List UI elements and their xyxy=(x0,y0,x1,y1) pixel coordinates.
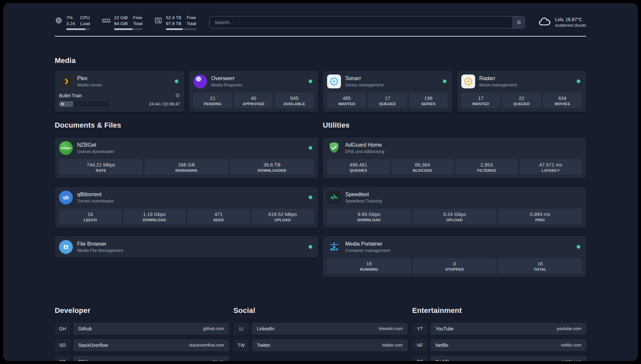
stat-tile: 21 PENDING xyxy=(193,93,232,108)
stat-value: 196 xyxy=(410,95,447,101)
bookmark-url: netflix.com xyxy=(561,343,581,348)
stat-label: WANTED xyxy=(328,102,365,106)
stat-tile: 744.21 Mbps RATE xyxy=(59,159,143,175)
stat-label: REMAINING xyxy=(146,168,227,172)
bookmark-stackoverflow[interactable]: SO StackOverflow stackoverflow.com xyxy=(55,339,229,351)
stat-tile: 2,953 FILTERED xyxy=(455,159,518,175)
stat-value: 618.52 Mbps xyxy=(253,211,313,217)
stat-value: 9.24 Gbps xyxy=(414,211,495,217)
documents-column: Documents & Files nzbget NZBGet Usenet d… xyxy=(55,121,318,266)
cpu-widget: 7% 3.24 CPU Load xyxy=(55,15,90,30)
status-dot xyxy=(443,79,446,83)
stat-tile: 834 MOVIES xyxy=(543,93,582,108)
stat-value: 40 xyxy=(235,95,272,101)
header-divider xyxy=(55,36,586,37)
card-qbittorrent[interactable]: qb qBittorrent Torrent downloader 16 LEE… xyxy=(55,187,318,228)
stat-tile: 266 GB REMAINING xyxy=(144,159,228,175)
card-portainer[interactable]: Media Portainer Container management 16 … xyxy=(323,236,586,277)
adguard-icon xyxy=(327,141,341,155)
stat-tile: 945 AVAILABLE xyxy=(275,93,314,108)
bookmark-url: github.com xyxy=(203,326,224,331)
sonarr-icon xyxy=(327,75,341,88)
cpu-load-label: Load xyxy=(80,21,90,27)
playback-time: 24:44 / 02:06:47 xyxy=(149,102,180,106)
search-input[interactable] xyxy=(210,16,513,28)
stat-label: QUEUED xyxy=(503,102,540,106)
bookmark-url: stackoverflow.com xyxy=(189,343,224,348)
bookmarks-entertainment: Entertainment YT YouTube youtube.com NF … xyxy=(412,306,586,361)
bookmark-name: Netflix xyxy=(436,343,448,348)
service-description: Usenet downloader xyxy=(77,149,114,154)
card-radarr[interactable]: Radarr Movie management 17 WANTED 22 QUE… xyxy=(457,71,587,112)
bookmark-url: reddit.com xyxy=(561,359,581,361)
stat-label: LATENCY xyxy=(521,168,581,172)
stat-tile: 22 QUEUED xyxy=(502,93,541,108)
memory-progress-fill xyxy=(114,28,133,30)
service-description: Speedtest Tracking xyxy=(345,198,382,203)
nzbget-icon-text: nzbget xyxy=(61,146,71,150)
stat-label: BLOCKED xyxy=(393,168,453,172)
dashboard-page: 7% 3.24 CPU Load xyxy=(3,3,638,361)
bookmark-abbr: DT xyxy=(55,356,70,361)
stat-value: 21 xyxy=(195,95,231,101)
service-description: Torrent downloader xyxy=(77,198,114,203)
memory-progress-track xyxy=(114,28,142,30)
card-nzbget[interactable]: nzbget NZBGet Usenet downloader 744.21 M… xyxy=(55,137,318,178)
stat-tile: 40 APPROVED xyxy=(234,93,273,108)
card-adguard[interactable]: AdGuard Home DNS and adblocking 498,461 … xyxy=(323,137,586,178)
bookmark-twitter[interactable]: TW Twitter twitter.com xyxy=(233,339,408,351)
service-name: NZBGet xyxy=(77,142,114,148)
service-name: qBittorrent xyxy=(77,192,114,197)
disk-free-label: Free xyxy=(187,15,196,21)
filebrowser-icon xyxy=(59,240,73,254)
stat-value: 16 xyxy=(500,261,581,266)
bookmark-dev[interactable]: DT DEV dev.to xyxy=(55,356,229,361)
stat-label: QUERIES xyxy=(328,168,388,172)
stat-value: 744.21 Mbps xyxy=(60,162,141,167)
stat-value: 16 xyxy=(60,211,120,217)
stat-value: 266 GB xyxy=(146,162,227,167)
card-overseerr[interactable]: Overseerr Media Requests 21 PENDING 40 A… xyxy=(189,71,319,112)
search-provider-button[interactable]: G xyxy=(513,16,525,28)
stat-value: 945 xyxy=(276,95,313,101)
bookmark-youtube[interactable]: YT YouTube youtube.com xyxy=(412,323,586,335)
stat-tile: 196 SERIES xyxy=(409,93,448,108)
cpu-percent: 7% xyxy=(66,15,75,21)
status-dot xyxy=(309,245,312,249)
stat-tile: 86,384 BLOCKED xyxy=(391,159,454,175)
disk-widget: 52.4 TB 97.9 TB Free Total xyxy=(154,15,196,30)
stat-value: 0 xyxy=(414,261,495,266)
playback-progress-bar xyxy=(59,101,109,107)
card-sonarr[interactable]: Sonarr Series management 485 WANTED 17 Q… xyxy=(323,71,452,112)
stat-tile: 618.52 Mbps UPLOAD xyxy=(252,209,314,224)
plex-icon xyxy=(59,75,73,88)
portainer-icon xyxy=(327,240,341,254)
bookmark-github[interactable]: GH Github github.com xyxy=(55,323,229,335)
bookmark-netflix[interactable]: NF Netflix netflix.com xyxy=(412,339,586,351)
stat-tile: 471 SEED xyxy=(187,209,250,224)
bookmark-linkedin[interactable]: LI LinkedIn linkedin.com xyxy=(233,323,408,335)
stat-label: UPLOAD xyxy=(253,218,313,222)
card-speedtest[interactable]: Speedtest Speedtest Tracking 9.65 Gbps D… xyxy=(323,187,586,228)
bookmark-abbr: TW xyxy=(233,339,249,351)
stat-label: STOPPED xyxy=(414,267,495,271)
settings-gear-icon[interactable]: ⚙ xyxy=(175,93,180,98)
stat-label: SERIES xyxy=(410,102,447,106)
stat-tile: 16 RUNNING xyxy=(327,258,411,274)
bookmark-name: Github xyxy=(78,326,92,331)
bookmark-reddit[interactable]: RE Reddit reddit.com xyxy=(412,356,586,361)
stat-label: QUEUED xyxy=(369,102,406,106)
pause-button[interactable] xyxy=(61,103,64,106)
card-plex[interactable]: Plex Media server Bullet Train ⚙ 24:44 /… xyxy=(55,71,184,112)
resource-widgets: 7% 3.24 CPU Load xyxy=(55,15,196,30)
stat-value: 86,384 xyxy=(393,162,453,167)
stat-value: 485 xyxy=(328,95,365,101)
stat-label: SEED xyxy=(189,218,249,222)
stat-label: MOVIES xyxy=(544,102,581,106)
disk-total-value: 97.9 TB xyxy=(166,21,181,27)
memory-total-value: 64 GiB xyxy=(114,21,128,27)
cpu-load-value: 3.24 xyxy=(66,21,75,27)
stat-label: TOTAL xyxy=(500,267,581,271)
card-filebrowser[interactable]: File Browser Media File Management xyxy=(55,236,318,258)
bookmarks-developer: Developer GH Github github.com SO StackO… xyxy=(55,306,229,361)
